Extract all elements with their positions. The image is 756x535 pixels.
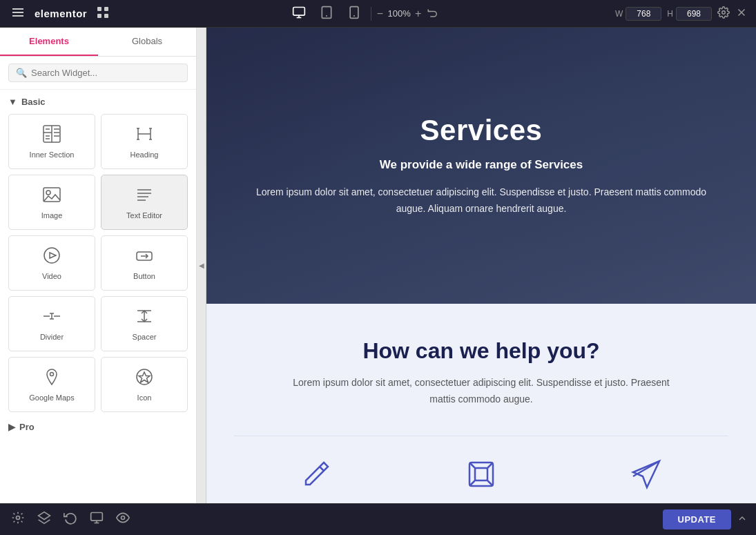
- zoom-value: 100%: [386, 8, 412, 19]
- collapse-arrow-icon: ◀: [199, 262, 204, 269]
- heading-icon: [135, 124, 154, 146]
- box-icon: [464, 457, 498, 492]
- width-input[interactable]: [626, 7, 661, 21]
- update-button[interactable]: UPDATE: [663, 509, 731, 529]
- svg-rect-56: [475, 468, 487, 480]
- hero-body: Lorem ipsum dolor sit amet, consectetuer…: [253, 184, 709, 217]
- svg-marker-64: [39, 512, 50, 520]
- widget-video[interactable]: Video: [8, 235, 95, 291]
- svg-point-14: [722, 10, 726, 14]
- widget-icon-label: Icon: [137, 393, 152, 402]
- widget-text-editor[interactable]: Text Editor: [101, 175, 188, 230]
- undo-button[interactable]: [427, 6, 439, 21]
- video-icon: [42, 246, 61, 268]
- icon-cards: [234, 436, 728, 503]
- expand-button[interactable]: [737, 513, 748, 527]
- mobile-icon: [347, 6, 361, 19]
- svg-rect-65: [91, 513, 103, 521]
- svg-point-63: [17, 516, 20, 520]
- svg-marker-53: [139, 372, 150, 382]
- widget-heading-label: Heading: [130, 150, 159, 159]
- hero-content: Services We provide a wide range of Serv…: [240, 114, 723, 217]
- collapse-handle[interactable]: ◀: [197, 28, 206, 503]
- widget-text-editor-label: Text Editor: [126, 211, 162, 220]
- divider-icon: [42, 307, 61, 329]
- canvas-area[interactable]: Services We provide a wide range of Serv…: [206, 28, 756, 503]
- send-icon: [629, 457, 663, 492]
- pro-section: ▶ Pro: [8, 419, 188, 435]
- grid-button[interactable]: [94, 3, 112, 23]
- search-input-wrap: 🔍: [8, 64, 188, 82]
- widget-divider-label: Divider: [40, 333, 64, 341]
- top-bar: elementor − 100% + W: [0, 0, 756, 28]
- undo-icon: [427, 6, 439, 19]
- tab-elements[interactable]: Elements: [0, 28, 98, 56]
- icon-widget-icon: [135, 367, 154, 389]
- svg-marker-40: [50, 253, 56, 258]
- svg-rect-3: [97, 7, 101, 11]
- search-icon: 🔍: [16, 68, 27, 78]
- zoom-controls: − 100% +: [377, 8, 422, 20]
- tab-globals[interactable]: Globals: [98, 28, 196, 56]
- responsive-icon: [90, 511, 104, 525]
- main-layout: Elements Globals 🔍 ▼ Basic: [0, 28, 756, 503]
- svg-rect-7: [293, 7, 304, 15]
- hamburger-button[interactable]: [8, 3, 28, 24]
- bottom-bar: UPDATE: [0, 503, 756, 535]
- widget-heading[interactable]: Heading: [101, 114, 188, 169]
- app-title: elementor: [35, 8, 87, 19]
- widget-google-maps[interactable]: Google Maps: [8, 357, 95, 412]
- image-icon: [42, 185, 61, 207]
- top-bar-left: elementor: [8, 3, 112, 24]
- widget-icon[interactable]: Icon: [101, 357, 188, 412]
- widget-image-label: Image: [41, 211, 63, 220]
- settings-icon: [717, 6, 730, 19]
- mobile-button[interactable]: [343, 3, 365, 25]
- basic-arrow: ▼: [8, 97, 17, 107]
- hamburger-icon: [11, 6, 25, 19]
- desktop-button[interactable]: [288, 3, 310, 25]
- hero-title: Services: [253, 114, 709, 147]
- widget-spacer[interactable]: Spacer: [101, 296, 188, 351]
- widgets-grid: Inner Section: [8, 114, 188, 412]
- height-label: H: [667, 9, 673, 19]
- settings-panel-button[interactable]: [8, 508, 28, 531]
- height-group: H: [667, 7, 712, 21]
- services-section: How can we help you? Lorem ipsum dolor s…: [206, 304, 756, 503]
- responsive-button[interactable]: [87, 508, 106, 531]
- basic-section-title[interactable]: ▼ Basic: [8, 97, 188, 107]
- zoom-out-button[interactable]: −: [377, 8, 383, 20]
- desktop-icon: [292, 6, 306, 19]
- icon-card-send: [563, 436, 728, 503]
- search-input[interactable]: [31, 68, 180, 78]
- close-icon: [735, 6, 748, 19]
- svg-point-34: [46, 191, 50, 195]
- text-editor-icon: [135, 185, 154, 207]
- widget-image[interactable]: Image: [8, 175, 95, 230]
- settings-button[interactable]: [717, 6, 730, 21]
- tablet-button[interactable]: [316, 3, 338, 25]
- edit-icon: [299, 457, 333, 492]
- button-icon: [135, 246, 154, 268]
- svg-marker-62: [633, 461, 659, 487]
- search-bar: 🔍: [0, 57, 196, 90]
- widget-divider[interactable]: Divider: [8, 296, 95, 351]
- history-button[interactable]: [61, 508, 80, 531]
- preview-button[interactable]: [113, 508, 133, 531]
- svg-rect-6: [104, 14, 108, 18]
- hero-subtitle: We provide a wide range of Services: [253, 158, 709, 172]
- basic-label: Basic: [21, 97, 46, 107]
- zoom-in-button[interactable]: +: [415, 8, 421, 20]
- icon-card-edit: [234, 436, 399, 503]
- pro-section-title[interactable]: ▶ Pro: [8, 422, 188, 432]
- grid-icon: [97, 6, 109, 19]
- widget-button-label: Button: [133, 272, 155, 280]
- layers-button[interactable]: [35, 508, 54, 531]
- widget-button[interactable]: Button: [101, 235, 188, 291]
- widgets-area: ▼ Basic: [0, 90, 196, 503]
- height-input[interactable]: [676, 7, 712, 21]
- services-title: How can we help you?: [234, 338, 728, 364]
- hero-section: Services We provide a wide range of Serv…: [206, 28, 756, 304]
- widget-inner-section[interactable]: Inner Section: [8, 114, 95, 169]
- close-button[interactable]: [735, 6, 748, 21]
